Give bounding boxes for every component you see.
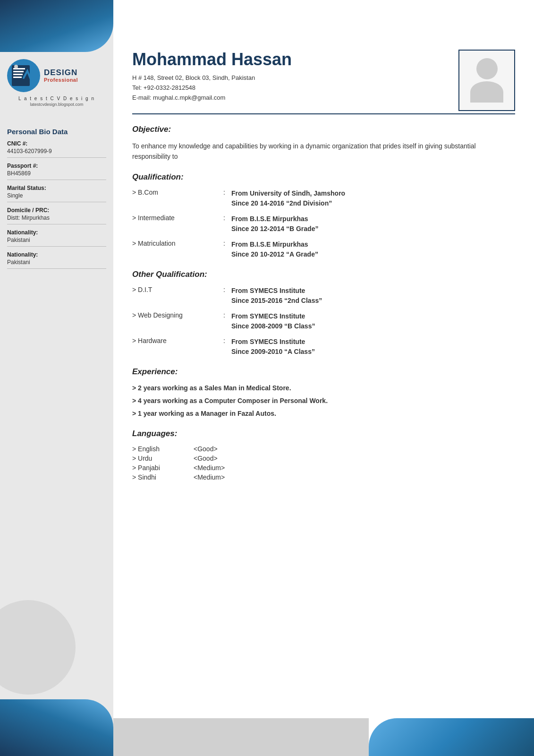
nationality2-value: Pakistani [7, 259, 106, 269]
qual-colon-matriculation: : [217, 240, 231, 247]
other-qualification-title: Other Qualification: [132, 270, 515, 279]
lang-english-level: <Good> [194, 445, 218, 453]
lang-row-english: > English <Good> [132, 445, 515, 453]
lang-row-urdu: > Urdu <Good> [132, 455, 515, 462]
qual-detail-bcom: From University of Sindh, Jamshoro Since… [231, 189, 515, 208]
marital-label: Marital Status: [7, 185, 106, 191]
photo-box [458, 50, 515, 111]
qual-row-webdesign: > Web Designing : From SYMECS Institute … [132, 311, 515, 331]
logo-design-label: DESIGN [44, 69, 78, 77]
qual-colon-dit: : [217, 286, 231, 293]
lang-panjabi-name: > Panjabi [132, 464, 194, 472]
languages-section: Languages: > English <Good> > Urdu <Good… [132, 429, 515, 481]
marital-value: Single [7, 192, 106, 202]
lang-urdu-name: > Urdu [132, 455, 194, 462]
svg-rect-3 [13, 74, 23, 75]
logo-area: DESIGN Professional L a t e s t C V D e … [0, 52, 113, 111]
lang-urdu-level: <Good> [194, 455, 218, 462]
nationality1-value: Pakistani [7, 237, 106, 247]
logo-icon [7, 59, 40, 92]
lang-row-sindhi: > Sindhi <Medium> [132, 473, 515, 481]
svg-point-5 [14, 65, 18, 69]
photo-body [470, 81, 503, 103]
sidebar-bottom-decoration [0, 699, 113, 756]
svg-rect-2 [13, 71, 24, 72]
main-content: Mohammad Hassan H # 148, Street 02, Bloc… [113, 0, 534, 756]
address-line: H # 148, Street 02, Block 03, Sindh, Pak… [132, 73, 449, 83]
qualification-section: Qualification: > B.Com : From University… [132, 172, 515, 259]
sidebar: DESIGN Professional L a t e s t C V D e … [0, 0, 113, 756]
cv-name: Mohammad Hassan [132, 50, 449, 69]
lang-sindhi-level: <Medium> [194, 473, 225, 481]
photo-head [476, 58, 498, 79]
objective-title: Objective: [132, 125, 515, 134]
objective-text: To enhance my knowledge and capabilities… [132, 141, 515, 162]
cnic-value: 44103-6207999-9 [7, 148, 106, 158]
cv-address: H # 148, Street 02, Block 03, Sindh, Pak… [132, 73, 449, 103]
qual-row-dit: > D.I.T : From SYMECS Institute Since 20… [132, 286, 515, 306]
qual-degree-dit: > D.I.T [132, 286, 217, 293]
qual-row-intermediate: > Intermediate : From B.I.S.E Mirpurkhas… [132, 214, 515, 234]
cv-header: Mohammad Hassan H # 148, Street 02, Bloc… [132, 50, 515, 114]
qual-detail-hardware: From SYMECS Institute Since 2009-2010 “A… [231, 337, 515, 357]
qual-colon-hardware: : [217, 337, 231, 344]
bottom-right-decoration [369, 718, 534, 756]
lang-english-name: > English [132, 445, 194, 453]
passport-label: Passport #: [7, 163, 106, 169]
lang-row-panjabi: > Panjabi <Medium> [132, 464, 515, 472]
nationality1-label: Nationality: [7, 229, 106, 236]
exp-item-1: > 2 years working as a Sales Man in Medi… [132, 383, 515, 393]
svg-rect-4 [13, 77, 22, 78]
domicile-label: Domicile / PRC: [7, 207, 106, 214]
tel-line: Tel: +92-0332-2812548 [132, 83, 449, 93]
qual-row-hardware: > Hardware : From SYMECS Institute Since… [132, 337, 515, 357]
qual-degree-hardware: > Hardware [132, 337, 217, 344]
experience-title: Experience: [132, 367, 515, 377]
qual-colon-bcom: : [217, 189, 231, 196]
logo-text: DESIGN Professional [44, 69, 78, 83]
qualification-title: Qualification: [132, 172, 515, 182]
cnic-label: CNIC #: [7, 140, 106, 147]
lang-sindhi-name: > Sindhi [132, 473, 194, 481]
qual-detail-dit: From SYMECS Institute Since 2015-2016 “2… [231, 286, 515, 306]
qual-degree-matriculation: > Matriculation [132, 240, 217, 247]
sidebar-content: Personal Bio Data CNIC #: 44103-6207999-… [0, 128, 113, 272]
exp-item-2: > 4 years working as a Computer Composer… [132, 396, 515, 406]
nationality2-label: Nationality: [7, 251, 106, 258]
bottom-left-decoration [113, 718, 369, 756]
qual-row-matriculation: > Matriculation : From B.I.S.E Mirpurkha… [132, 240, 515, 259]
qual-colon-webdesign: : [217, 311, 231, 319]
email-line: E-mail: mughal.c.mpk@gmail.com [132, 93, 449, 103]
exp-item-3: > 1 year working as a Manager in Fazal A… [132, 409, 515, 419]
photo-placeholder [470, 58, 503, 103]
lang-panjabi-level: <Medium> [194, 464, 225, 472]
qual-degree-bcom: > B.Com [132, 189, 217, 196]
qual-colon-intermediate: : [217, 214, 231, 222]
logo-website: latestcvdesign.blogspot.com [7, 102, 106, 107]
qual-detail-webdesign: From SYMECS Institute Since 2008-2009 “B… [231, 311, 515, 331]
svg-rect-1 [13, 68, 25, 69]
logo-box: DESIGN Professional [7, 59, 106, 92]
qual-degree-webdesign: > Web Designing [132, 311, 217, 319]
logo-professional-label: Professional [44, 77, 78, 83]
experience-section: Experience: > 2 years working as a Sales… [132, 367, 515, 419]
logo-subtitle: L a t e s t C V D e s i g n [7, 96, 106, 101]
passport-value: BH45869 [7, 170, 106, 180]
personal-bio-title: Personal Bio Data [7, 128, 106, 136]
qual-detail-matriculation: From B.I.S.E Mirpurkhas Since 20 10-2012… [231, 240, 515, 259]
languages-title: Languages: [132, 429, 515, 438]
domicile-value: Distt: Mirpurkhas [7, 215, 106, 224]
sidebar-top-decoration [0, 0, 113, 52]
qual-detail-intermediate: From B.I.S.E Mirpurkhas Since 20 12-2014… [231, 214, 515, 234]
other-qualification-section: Other Qualification: > D.I.T : From SYME… [132, 270, 515, 357]
qual-row-bcom: > B.Com : From University of Sindh, Jams… [132, 189, 515, 208]
sidebar-circle-decoration [0, 600, 76, 695]
name-contact: Mohammad Hassan H # 148, Street 02, Bloc… [132, 50, 449, 103]
qual-degree-intermediate: > Intermediate [132, 214, 217, 222]
objective-section: Objective: To enhance my knowledge and c… [132, 125, 515, 162]
